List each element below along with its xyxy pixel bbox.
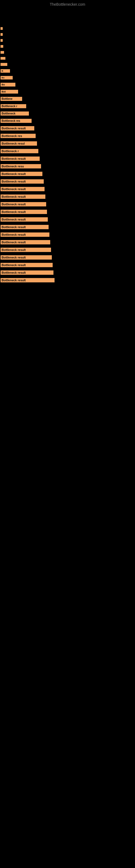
list-item: Bottleneck result (1, 171, 134, 177)
bottleneck-result-label: Bottleneck result (1, 271, 53, 275)
list-item: Bottleneck r (1, 148, 134, 154)
bottleneck-result-label: Bottleneck result (1, 179, 44, 184)
bottleneck-result-label: Bottleneck (1, 112, 29, 116)
list-item: Bottleneck result (1, 156, 134, 161)
bottleneck-result-label: Bottleneck r (1, 104, 26, 108)
list-item: Bottleneck result (1, 202, 134, 207)
list-item (1, 27, 134, 30)
list-item (1, 38, 134, 42)
site-title: TheBottlenecker.com (1, 0, 134, 9)
list-item: Bottleneck result (1, 126, 134, 131)
list-item (1, 51, 134, 54)
list-item: Bottleneck result (1, 179, 134, 184)
bottleneck-result-label (1, 39, 3, 42)
bottleneck-result-label: Bottleneck res (1, 119, 32, 123)
list-item: Bottleneck res (1, 118, 134, 123)
bottleneck-result-label: Bottleneck resul (1, 141, 37, 146)
bottleneck-result-label (1, 33, 3, 36)
list-item: Bottleneck result (1, 270, 134, 275)
list-item: B (1, 69, 134, 73)
list-item: Bottleneck result (1, 209, 134, 215)
main-container: TheBottlenecker.com B Bo Bo Bot (0, 0, 135, 283)
list-item: Bottleneck result (1, 240, 134, 245)
list-item: Bottleneck result (1, 255, 134, 260)
bottleneck-result-label: Bot (1, 90, 18, 94)
bottleneck-result-label: Bottleneck result (1, 263, 53, 267)
list-item: Bottleneck resul (1, 141, 134, 146)
list-item (1, 56, 134, 60)
bottleneck-result-label: Bottleneck result (1, 248, 51, 252)
list-item: Bot (1, 89, 134, 94)
list-item: Bo (1, 82, 134, 87)
bottleneck-result-label: Bottleneck result (1, 194, 45, 199)
bottleneck-result-label: Bottleneck result (1, 232, 49, 237)
bottleneck-result-label: Bo (1, 76, 13, 80)
bottleneck-result-label: Bottleneck resu (1, 164, 41, 168)
bottleneck-result-label (1, 27, 3, 30)
list-item: Bottleneck (1, 111, 134, 116)
list-item: Bottleneck r (1, 104, 134, 109)
list-item (1, 62, 134, 66)
list-item (1, 33, 134, 36)
list-item: Bottleneck result (1, 194, 134, 199)
bottleneck-result-label: Bo (1, 83, 15, 87)
bottleneck-result-label: Bottleneck result (1, 255, 52, 259)
bottleneck-result-label: Bottlene (1, 97, 22, 101)
bottleneck-result-label: Bottleneck result (1, 156, 40, 161)
list-item: Bottleneck result (1, 186, 134, 192)
list-item: Bottleneck result (1, 232, 134, 237)
list-item: Bottleneck result (1, 247, 134, 252)
bottleneck-result-label: Bottleneck result (1, 210, 47, 214)
list-item: Bottleneck result (1, 217, 134, 222)
list-item: Bottleneck result (1, 262, 134, 268)
bottleneck-result-label (1, 51, 4, 54)
bottleneck-result-label: Bottleneck result (1, 278, 54, 282)
bottleneck-result-label: Bottleneck result (1, 172, 42, 176)
list-item: Bo (1, 75, 134, 80)
list-item: Bottleneck resu (1, 163, 134, 169)
bottleneck-result-label: Bottleneck result (1, 187, 45, 191)
bottleneck-result-label: Bottleneck result (1, 126, 34, 130)
bottleneck-result-label: Bottleneck result (1, 225, 49, 229)
bottleneck-result-label: Bottleneck r (1, 149, 38, 153)
list-item: Bottleneck result (1, 224, 134, 230)
bottleneck-result-label: Bottleneck res (1, 134, 36, 138)
bottleneck-result-label: Bottleneck result (1, 202, 46, 207)
bottleneck-result-label: Bottleneck result (1, 217, 48, 222)
bottleneck-result-label (1, 45, 3, 48)
bottleneck-result-label (1, 63, 7, 66)
bottleneck-result-label (1, 57, 5, 60)
list-item: Bottleneck res (1, 133, 134, 138)
list-item: Bottlene (1, 96, 134, 101)
list-item (1, 44, 134, 48)
bottleneck-result-label: B (1, 69, 10, 73)
list-item: Bottleneck result (1, 278, 134, 283)
bottleneck-result-label: Bottleneck result (1, 240, 50, 244)
